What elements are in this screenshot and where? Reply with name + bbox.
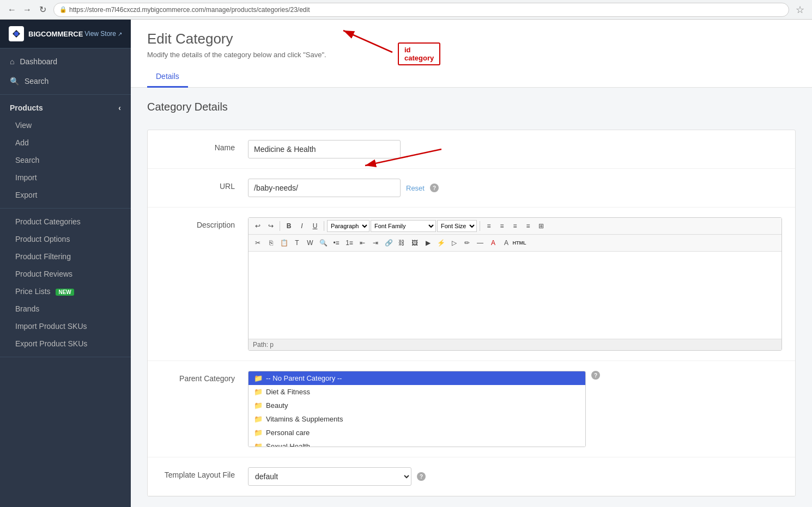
rte-flash-btn[interactable]: ⚡ — [435, 237, 447, 249]
sidebar: BIGCOMMERCE View Store ↗ ⌂ Dashboard 🔍 S… — [0, 20, 131, 507]
category-item-beauty[interactable]: 📁 Beauty — [249, 399, 585, 412]
folder-icon-diet: 📁 — [254, 388, 263, 396]
category-item-personal-care[interactable]: 📁 Personal care — [249, 426, 585, 439]
rte-paste-btn[interactable]: 📋 — [278, 237, 290, 249]
rte-align-left-btn[interactable]: ≡ — [483, 220, 495, 232]
sidebar-item-product-reviews[interactable]: Product Reviews — [0, 265, 131, 283]
rte-align-center-btn[interactable]: ≡ — [496, 220, 508, 232]
template-label: Template Layout File — [161, 467, 248, 479]
name-input[interactable] — [248, 140, 401, 158]
folder-icon-personal-care: 📁 — [254, 429, 263, 437]
rte-paste-word-btn[interactable]: W — [304, 237, 316, 249]
product-management-section: Product Categories Product Options Produ… — [0, 209, 131, 357]
category-list[interactable]: 📁 -- No Parent Category -- 📁 Diet & Fitn… — [248, 371, 586, 447]
rte-divider-3 — [480, 221, 480, 231]
rte-edit-btn[interactable]: ✏ — [461, 237, 473, 249]
forward-button[interactable]: → — [21, 3, 34, 16]
category-item-sexual-health[interactable]: 📁 Sexual Health — [249, 439, 585, 447]
rte-find-btn[interactable]: 🔍 — [317, 237, 329, 249]
back-button[interactable]: ← — [5, 3, 19, 16]
view-store-link[interactable]: View Store ↗ — [84, 30, 122, 38]
rte-font-size-select[interactable]: Font Size 10 12 14 — [437, 220, 477, 232]
bookmark-button[interactable]: ☆ — [793, 3, 807, 16]
rte-image-btn[interactable]: 🖼 — [409, 237, 421, 249]
sidebar-item-export-skus[interactable]: Export Product SKUs — [0, 335, 131, 352]
template-select[interactable]: default — [248, 467, 411, 486]
reset-link[interactable]: Reset — [406, 184, 425, 192]
folder-icon-vitamins: 📁 — [254, 415, 263, 423]
logo-text: BIGCOMMERCE — [28, 30, 83, 38]
description-row: Description ↩ ↪ B I U — [148, 207, 795, 361]
rte-align-right-btn[interactable]: ≡ — [509, 220, 521, 232]
tab-details[interactable]: Details — [147, 66, 188, 88]
address-bar[interactable]: 🔒 https://store-m7l46cxczd.mybigcommerce… — [53, 3, 789, 17]
rte-redo-btn[interactable]: ↪ — [265, 220, 277, 232]
description-field: ↩ ↪ B I U Paragraph Heading 1 — [248, 217, 782, 351]
rte-list-ul-btn[interactable]: •≡ — [330, 237, 342, 249]
content-area: Category Details Name URL — [131, 88, 812, 507]
rte-paragraph-select[interactable]: Paragraph Heading 1 Heading 2 — [327, 220, 369, 232]
logo: BIGCOMMERCE — [9, 26, 83, 41]
sidebar-item-dashboard[interactable]: ⌂ Dashboard — [0, 52, 131, 71]
sidebar-item-price-lists[interactable]: Price Lists NEW — [0, 283, 131, 300]
rte-unlink-btn[interactable]: ⛓ — [396, 237, 408, 249]
rte-bold-btn[interactable]: B — [283, 220, 295, 232]
category-item-vitamins[interactable]: 📁 Vitamins & Supplements — [249, 412, 585, 426]
rte-list-ol-btn[interactable]: 1≡ — [343, 237, 355, 249]
sidebar-item-view[interactable]: View — [0, 117, 131, 134]
products-label: Products — [10, 103, 43, 112]
rte-hr-btn[interactable]: — — [474, 237, 486, 249]
rte-youtube-btn[interactable]: ▷ — [448, 237, 460, 249]
rte-link-btn[interactable]: 🔗 — [383, 237, 395, 249]
rte-italic-btn[interactable]: I — [296, 220, 308, 232]
rte-cut-btn[interactable]: ✂ — [252, 237, 264, 249]
rte-table-btn[interactable]: ⊞ — [535, 220, 547, 232]
sidebar-item-import-skus[interactable]: Import Product SKUs — [0, 317, 131, 335]
rte-justify-btn[interactable]: ≡ — [522, 220, 534, 232]
name-label: Name — [161, 140, 248, 152]
sidebar-item-export[interactable]: Export — [0, 186, 131, 204]
parent-category-row: Parent Category 📁 -- No Parent Category … — [148, 361, 795, 457]
sidebar-item-brands[interactable]: Brands — [0, 300, 131, 317]
rte-font-family-select[interactable]: Font Family Arial Times New Roman — [371, 220, 436, 232]
parent-category-field: 📁 -- No Parent Category -- 📁 Diet & Fitn… — [248, 371, 782, 447]
rte-undo-btn[interactable]: ↩ — [252, 220, 264, 232]
sidebar-header: BIGCOMMERCE View Store ↗ — [0, 20, 131, 48]
products-header[interactable]: Products ‹ — [0, 99, 131, 117]
category-item-no-parent[interactable]: 📁 -- No Parent Category -- — [249, 371, 585, 385]
category-item-diet[interactable]: 📁 Diet & Fitness — [249, 385, 585, 399]
rte-media-btn[interactable]: ▶ — [422, 237, 434, 249]
sidebar-item-product-filtering[interactable]: Product Filtering — [0, 248, 131, 265]
url-help-icon[interactable]: ? — [430, 184, 439, 192]
url-row: URL Reset ? — [148, 169, 795, 207]
rte-backcolor-btn[interactable]: A — [500, 237, 512, 249]
sidebar-item-search[interactable]: 🔍 Search — [0, 71, 131, 91]
name-row: Name — [148, 130, 795, 169]
rte-underline-btn[interactable]: U — [309, 220, 321, 232]
reload-button[interactable]: ↻ — [36, 3, 49, 16]
rte-indent-right-btn[interactable]: ⇥ — [369, 237, 381, 249]
rte-toolbar-bottom: ✂ ⎘ 📋 T W 🔍 •≡ 1≡ ⇤ ⇥ — [249, 235, 781, 252]
rte-html-btn[interactable]: HTML — [513, 237, 525, 249]
description-label: Description — [161, 217, 248, 229]
url-label: URL — [161, 179, 248, 191]
sidebar-item-import[interactable]: Import — [0, 169, 131, 186]
rte-indent-left-btn[interactable]: ⇤ — [356, 237, 368, 249]
rte-forecolor-btn[interactable]: A — [487, 237, 499, 249]
url-input[interactable] — [248, 179, 401, 197]
url-field: Reset ? — [248, 179, 782, 197]
tabs: Details — [147, 66, 796, 87]
parent-category-help-icon[interactable]: ? — [591, 371, 600, 380]
sidebar-item-product-categories[interactable]: Product Categories — [0, 213, 131, 230]
rte-paste-text-btn[interactable]: T — [291, 237, 303, 249]
main-content: id category Edit Category Modify the det… — [131, 20, 812, 507]
template-row: Template Layout File default ? — [148, 457, 795, 496]
sidebar-item-product-options[interactable]: Product Options — [0, 230, 131, 248]
sidebar-item-search-products[interactable]: Search — [0, 151, 131, 169]
rte-copy-btn[interactable]: ⎘ — [265, 237, 277, 249]
sidebar-item-add[interactable]: Add — [0, 134, 131, 151]
rte-body[interactable] — [249, 252, 781, 339]
rte-divider-2 — [324, 221, 324, 231]
new-badge: NEW — [56, 289, 74, 296]
template-help-icon[interactable]: ? — [417, 472, 426, 481]
